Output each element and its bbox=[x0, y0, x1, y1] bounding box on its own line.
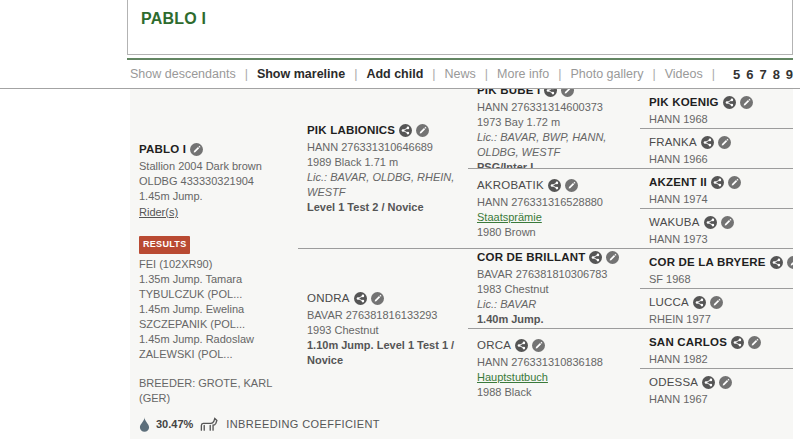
edit-icon[interactable] bbox=[710, 296, 723, 309]
edit-icon[interactable] bbox=[721, 216, 734, 229]
tab-more-info[interactable]: More info bbox=[497, 67, 549, 81]
inbreeding-row: 30.47% INBREEDING COEFFICIENT bbox=[139, 411, 380, 437]
horse-detail: 1.40m Jump. bbox=[477, 312, 634, 327]
horse-detail: 1.45m Jump. bbox=[139, 189, 292, 204]
horse-detail: OLDBG 433330321904 bbox=[139, 174, 292, 189]
pedigree-cell-cor-de-brillant: COR DE BRILLANTBAVAR 2763818103067831983… bbox=[468, 249, 640, 329]
horse-name[interactable]: ODESSA bbox=[649, 375, 698, 390]
generation-link-6[interactable]: 6 bbox=[746, 67, 753, 82]
pedigree-icon[interactable] bbox=[723, 96, 736, 109]
pedigree-cell-ondra: ONDRABAVAR 2763818161332931993 Chestnut1… bbox=[298, 249, 468, 409]
horse-name-row: PIK KOENIG bbox=[649, 95, 787, 110]
horse-name-row: WAKUBA bbox=[649, 215, 787, 230]
edit-icon[interactable] bbox=[728, 176, 741, 189]
blood-drop-icon bbox=[139, 417, 150, 432]
horse-name-row: PABLO I bbox=[139, 142, 292, 157]
pedigree-icon[interactable] bbox=[702, 376, 715, 389]
generation-link-9[interactable]: 9 bbox=[786, 67, 793, 82]
pedigree-icon[interactable] bbox=[704, 216, 717, 229]
pedigree-icon[interactable] bbox=[544, 89, 557, 97]
edit-icon[interactable] bbox=[748, 336, 761, 349]
horse-name-row: AKROBATIK bbox=[477, 178, 634, 193]
generation-link-8[interactable]: 8 bbox=[773, 67, 780, 82]
pedigree-cell-cor-de-la-bryere: COR DE LA BRYERESF 1968 bbox=[640, 249, 793, 289]
edit-icon[interactable] bbox=[532, 339, 545, 352]
horse-name[interactable]: AKZENT II bbox=[649, 175, 707, 190]
generation-link-7[interactable]: 7 bbox=[759, 67, 766, 82]
horse-name-row: COR DE LA BRYERE bbox=[649, 255, 787, 270]
pedigree-icon[interactable] bbox=[354, 292, 367, 305]
edit-icon[interactable] bbox=[606, 251, 619, 264]
horse-detail: HANN 1982 bbox=[649, 352, 787, 367]
edit-icon[interactable] bbox=[561, 89, 574, 97]
edit-icon[interactable] bbox=[719, 376, 732, 389]
pedigree-icon[interactable] bbox=[711, 176, 724, 189]
horse-name[interactable]: PIK KOENIG bbox=[649, 95, 719, 110]
edit-icon[interactable] bbox=[190, 143, 203, 156]
tab-news[interactable]: News bbox=[445, 67, 476, 81]
horse-detail: Lic.: BAVAR, BWP, HANN, OLDBG, WESTF bbox=[477, 130, 634, 160]
horse-detail: SF 1968 bbox=[649, 272, 787, 287]
riders-link[interactable]: Rider(s) bbox=[139, 205, 178, 220]
horse-detail: 1988 Black bbox=[477, 385, 634, 400]
horse-detail: Lic.: BAVAR bbox=[477, 297, 634, 312]
studbook-link[interactable]: Hauptstutbuch bbox=[477, 370, 634, 385]
pedigree-icon[interactable] bbox=[589, 251, 602, 264]
horse-name[interactable]: PIK LABIONICS bbox=[307, 123, 395, 138]
tab-separator: | bbox=[432, 67, 435, 81]
pedigree-icon[interactable] bbox=[731, 336, 744, 349]
pedigree-cell-akrobatik: AKROBATIKHANN 276331316528880Staatsprämi… bbox=[468, 169, 640, 249]
edit-icon[interactable] bbox=[371, 292, 384, 305]
horse-name[interactable]: COR DE LA BRYERE bbox=[649, 255, 766, 270]
horse-name-row: AKZENT II bbox=[649, 175, 787, 190]
edit-icon[interactable] bbox=[740, 96, 753, 109]
pedigree-icon[interactable] bbox=[770, 256, 783, 269]
horse-name-row: ORCA bbox=[477, 338, 634, 353]
studbook-link[interactable]: Staatsprämie bbox=[477, 210, 634, 225]
edit-icon[interactable] bbox=[718, 136, 731, 149]
horse-name[interactable]: ORCA bbox=[477, 338, 511, 353]
page-title: PABLO I bbox=[141, 10, 792, 28]
horse-name[interactable]: PABLO I bbox=[139, 142, 186, 157]
horse-name[interactable]: WAKUBA bbox=[649, 215, 700, 230]
pedigree-cell-lucca: LUCCARHEIN 1977 bbox=[640, 289, 793, 329]
tab-add-child[interactable]: Add child bbox=[366, 67, 423, 81]
horse-name-row: PIK LABIONICS bbox=[307, 123, 462, 138]
tab-separator: | bbox=[712, 67, 715, 81]
horse-name[interactable]: COR DE BRILLANT bbox=[477, 250, 585, 265]
edit-icon[interactable] bbox=[416, 124, 429, 137]
horse-name-row: SAN CARLOS bbox=[649, 335, 787, 350]
tab-photo-gallery[interactable]: Photo gallery bbox=[570, 67, 643, 81]
tab-show-descendants[interactable]: Show descendants bbox=[130, 67, 236, 81]
pedigree-icon[interactable] bbox=[701, 136, 714, 149]
edit-icon[interactable] bbox=[787, 256, 793, 269]
pedigree-icon[interactable] bbox=[399, 124, 412, 137]
horse-name-row: COR DE BRILLANT bbox=[477, 250, 634, 265]
pedigree-icon[interactable] bbox=[515, 339, 528, 352]
horse-name[interactable]: SAN CARLOS bbox=[649, 335, 727, 350]
pedigree-cell-wakuba: WAKUBAHANN 1973 bbox=[640, 209, 793, 249]
horse-detail: 1.10m Jump. Level 1 Test 1 / Novice bbox=[307, 338, 462, 368]
tab-separator: | bbox=[245, 67, 248, 81]
result-line: 1.35m Jump. Tamara TYBULCZUK (POL... bbox=[139, 272, 292, 302]
tab-show-mareline[interactable]: Show mareline bbox=[257, 67, 345, 81]
pedigree-icon[interactable] bbox=[693, 296, 706, 309]
tab-videos[interactable]: Videos bbox=[665, 67, 703, 81]
horse-name[interactable]: LUCCA bbox=[649, 295, 689, 310]
pedigree-content: PABLO IStallion 2004 Dark brownOLDBG 433… bbox=[130, 89, 793, 439]
horse-detail: BAVAR 276381810306783 bbox=[477, 267, 634, 282]
horse-name[interactable]: AKROBATIK bbox=[477, 178, 544, 193]
pedigree-cell-pik-labionics: PIK LABIONICSHANN 2763313106466891989 Bl… bbox=[298, 89, 468, 249]
horse-detail: Stallion 2004 Dark brown bbox=[139, 159, 292, 174]
generation-link-5[interactable]: 5 bbox=[733, 67, 740, 82]
pedigree-icon[interactable] bbox=[548, 179, 561, 192]
edit-icon[interactable] bbox=[565, 179, 578, 192]
pedigree-cell-odessa: ODESSAHANN 1967 bbox=[640, 369, 793, 409]
tab-bar: Show descendants|Show mareline|Add child… bbox=[130, 61, 792, 87]
horse-name[interactable]: FRANKA bbox=[649, 135, 697, 150]
horse-name[interactable]: ONDRA bbox=[307, 291, 350, 306]
pedigree-cell-pik-koenig: PIK KOENIGHANN 1968 bbox=[640, 89, 793, 129]
horse-name[interactable]: PIK BUBE I bbox=[477, 89, 540, 98]
horse-name-row: ODESSA bbox=[649, 375, 787, 390]
horse-detail: HANN 276331310646689 bbox=[307, 140, 462, 155]
